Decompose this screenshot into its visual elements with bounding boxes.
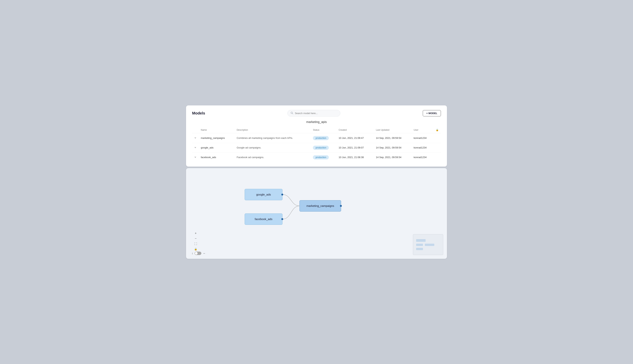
panel-header: Models + MODEL	[192, 110, 441, 116]
search-bar	[287, 110, 340, 116]
col-expand	[192, 127, 198, 133]
table-section-title: marketing_apis	[192, 120, 441, 124]
table-row: marketing_campaigns Combines all marketi…	[192, 133, 441, 143]
row-name-2: facebook_ads	[198, 152, 234, 162]
graph-layout-toggle[interactable]	[195, 252, 201, 255]
graph-node-facebook-ads-dot	[281, 218, 283, 220]
row-last-updated-1: 14 Sep, 2021, 09:59:54	[374, 143, 411, 152]
toggle-horizontal-arrows: ↔	[203, 252, 205, 255]
table-row: facebook_ads Facebook ad campaigns. prod…	[192, 152, 441, 162]
status-badge-0: production	[313, 136, 329, 140]
search-input[interactable]	[295, 112, 337, 115]
row-last-updated-0: 14 Sep, 2021, 09:59:54	[374, 133, 411, 143]
graph-node-google-ads[interactable]: google_ads	[245, 189, 282, 200]
row-chevron-0[interactable]	[192, 133, 198, 143]
graph-minimap	[413, 234, 443, 255]
col-created: Created	[336, 127, 374, 133]
minimap-inner	[416, 238, 440, 252]
row-created-0: 10 Jun, 2021, 21:09:47	[336, 133, 374, 143]
row-description-1: Google ad campaigns.	[234, 143, 311, 152]
table-row: google_ads Google ad campaigns. producti…	[192, 143, 441, 152]
graph-connections	[186, 168, 447, 259]
top-panel: Models + MODEL marketing_apis Name	[186, 106, 447, 166]
row-chevron-2[interactable]	[192, 152, 198, 162]
minimap-row-2	[416, 244, 440, 246]
main-wrapper: Models + MODEL marketing_apis Name	[186, 106, 447, 259]
col-user: User	[411, 127, 433, 133]
zoom-in-button[interactable]: +	[194, 231, 198, 235]
models-table: Name Description Status Created Last Upd…	[192, 127, 441, 162]
col-last-updated: Last Updated	[374, 127, 411, 133]
lock-header-icon: 🔒	[436, 129, 439, 131]
toggle-vertical-arrows: ↕	[192, 252, 193, 255]
status-badge-2: production	[313, 155, 329, 160]
row-status-1: production	[311, 143, 336, 152]
graph-controls: + − ⛶ 🔒	[194, 231, 198, 251]
add-model-button[interactable]: + MODEL	[423, 110, 441, 116]
row-last-updated-2: 14 Sep, 2021, 09:59:54	[374, 152, 411, 162]
graph-node-facebook-ads[interactable]: facebook_ads	[245, 214, 282, 225]
row-status-0: production	[311, 133, 336, 143]
graph-node-marketing-campaigns[interactable]: marketing_campaigns	[299, 200, 341, 212]
minimap-row-1	[416, 239, 440, 242]
svg-line-1	[292, 113, 293, 114]
row-lock-0	[433, 133, 441, 143]
row-user-1: konrad1234	[411, 143, 433, 152]
bottom-panel: google_ads facebook_ads marketing_campai…	[186, 168, 447, 259]
graph-node-google-ads-label: google_ads	[256, 193, 271, 196]
row-created-1: 10 Jun, 2021, 21:09:07	[336, 143, 374, 152]
graph-node-marketing-campaigns-dot	[340, 205, 342, 207]
row-description-2: Facebook ad campaigns.	[234, 152, 311, 162]
row-user-0: konrad1234	[411, 133, 433, 143]
graph-area: google_ads facebook_ads marketing_campai…	[186, 168, 447, 259]
minimap-rect-4	[416, 248, 423, 250]
minimap-rect-2	[416, 244, 423, 246]
row-user-2: konrad1234	[411, 152, 433, 162]
row-lock-1	[433, 143, 441, 152]
minimap-rect-1	[416, 239, 426, 242]
col-description: Description	[234, 127, 311, 133]
row-description-0: Combines all marketing campaigns from ea…	[234, 133, 311, 143]
row-lock-2	[433, 152, 441, 162]
row-name-0: marketing_campaigns	[198, 133, 234, 143]
row-created-2: 10 Jun, 2021, 21:08:38	[336, 152, 374, 162]
page-title: Models	[192, 111, 205, 116]
graph-node-google-ads-dot	[281, 194, 283, 196]
col-lock: 🔒	[433, 127, 441, 133]
add-model-label: + MODEL	[426, 112, 437, 115]
minimap-row-3	[416, 248, 440, 250]
zoom-out-button[interactable]: −	[194, 236, 198, 241]
search-icon	[290, 112, 293, 115]
toggle-knob	[195, 252, 198, 255]
status-badge-1: production	[313, 146, 329, 150]
graph-node-marketing-campaigns-label: marketing_campaigns	[306, 204, 334, 208]
graph-node-facebook-ads-label: facebook_ads	[255, 218, 272, 221]
row-name-1: google_ads	[198, 143, 234, 152]
col-status: Status	[311, 127, 336, 133]
col-name: Name	[198, 127, 234, 133]
row-status-2: production	[311, 152, 336, 162]
minimap-rect-3	[425, 244, 434, 246]
lock-graph-button[interactable]: 🔒	[194, 247, 198, 251]
fit-button[interactable]: ⛶	[194, 242, 198, 246]
row-chevron-1[interactable]	[192, 143, 198, 152]
graph-toggle-row: ↕ ↔	[192, 252, 205, 255]
